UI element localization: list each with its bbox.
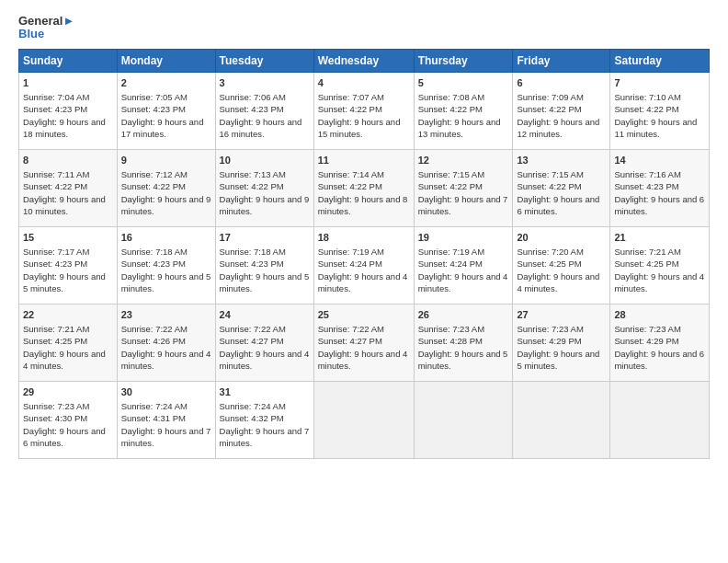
day-cell: 19Sunrise: 7:19 AMSunset: 4:24 PMDayligh… bbox=[414, 226, 513, 304]
day-number: 27 bbox=[517, 308, 606, 322]
day-cell: 5Sunrise: 7:08 AMSunset: 4:22 PMDaylight… bbox=[414, 72, 513, 149]
logo-blue: Blue bbox=[18, 28, 74, 40]
day-cell: 11Sunrise: 7:14 AMSunset: 4:22 PMDayligh… bbox=[313, 149, 414, 226]
col-header-tuesday: Tuesday bbox=[215, 49, 313, 72]
logo: General► Blue bbox=[18, 15, 74, 41]
week-row-5: 29Sunrise: 7:23 AMSunset: 4:30 PMDayligh… bbox=[19, 381, 710, 458]
week-row-3: 15Sunrise: 7:17 AMSunset: 4:23 PMDayligh… bbox=[19, 226, 710, 304]
day-number: 12 bbox=[418, 154, 509, 167]
day-number: 14 bbox=[614, 154, 705, 167]
day-number: 13 bbox=[517, 154, 606, 167]
day-cell bbox=[313, 381, 414, 458]
day-cell: 4Sunrise: 7:07 AMSunset: 4:22 PMDaylight… bbox=[313, 72, 414, 149]
day-cell: 16Sunrise: 7:18 AMSunset: 4:23 PMDayligh… bbox=[117, 226, 215, 304]
day-cell: 9Sunrise: 7:12 AMSunset: 4:22 PMDaylight… bbox=[117, 149, 215, 226]
day-number: 18 bbox=[318, 231, 410, 245]
day-number: 7 bbox=[614, 76, 705, 90]
day-cell: 20Sunrise: 7:20 AMSunset: 4:25 PMDayligh… bbox=[513, 226, 610, 304]
day-cell: 14Sunrise: 7:16 AMSunset: 4:23 PMDayligh… bbox=[610, 149, 710, 226]
day-cell: 8Sunrise: 7:11 AMSunset: 4:22 PMDaylight… bbox=[19, 149, 118, 226]
day-number: 21 bbox=[614, 231, 705, 245]
day-cell: 7Sunrise: 7:10 AMSunset: 4:22 PMDaylight… bbox=[610, 72, 710, 149]
day-number: 24 bbox=[220, 308, 310, 322]
day-cell bbox=[513, 381, 610, 458]
day-number: 25 bbox=[318, 308, 410, 322]
day-number: 15 bbox=[23, 231, 113, 245]
day-number: 23 bbox=[121, 308, 211, 322]
day-cell: 27Sunrise: 7:23 AMSunset: 4:29 PMDayligh… bbox=[513, 304, 610, 381]
day-number: 10 bbox=[220, 154, 310, 167]
day-cell: 18Sunrise: 7:19 AMSunset: 4:24 PMDayligh… bbox=[313, 226, 414, 304]
day-cell: 24Sunrise: 7:22 AMSunset: 4:27 PMDayligh… bbox=[215, 304, 313, 381]
day-number: 4 bbox=[318, 76, 410, 90]
day-number: 17 bbox=[220, 231, 310, 245]
day-number: 30 bbox=[121, 385, 211, 399]
day-cell: 10Sunrise: 7:13 AMSunset: 4:22 PMDayligh… bbox=[215, 149, 313, 226]
day-number: 2 bbox=[121, 76, 211, 90]
day-cell bbox=[414, 381, 513, 458]
week-row-4: 22Sunrise: 7:21 AMSunset: 4:25 PMDayligh… bbox=[19, 304, 710, 381]
day-cell: 26Sunrise: 7:23 AMSunset: 4:28 PMDayligh… bbox=[414, 304, 513, 381]
day-cell: 22Sunrise: 7:21 AMSunset: 4:25 PMDayligh… bbox=[19, 304, 118, 381]
col-header-wednesday: Wednesday bbox=[313, 49, 414, 72]
day-number: 5 bbox=[418, 76, 509, 90]
col-header-thursday: Thursday bbox=[414, 49, 513, 72]
day-number: 20 bbox=[517, 231, 606, 245]
day-cell: 17Sunrise: 7:18 AMSunset: 4:23 PMDayligh… bbox=[215, 226, 313, 304]
day-number: 28 bbox=[614, 308, 705, 322]
day-cell: 28Sunrise: 7:23 AMSunset: 4:29 PMDayligh… bbox=[610, 304, 710, 381]
day-cell: 29Sunrise: 7:23 AMSunset: 4:30 PMDayligh… bbox=[19, 381, 118, 458]
header-row: SundayMondayTuesdayWednesdayThursdayFrid… bbox=[19, 49, 710, 72]
day-number: 29 bbox=[23, 385, 113, 399]
week-row-2: 8Sunrise: 7:11 AMSunset: 4:22 PMDaylight… bbox=[19, 149, 710, 226]
day-cell: 12Sunrise: 7:15 AMSunset: 4:22 PMDayligh… bbox=[414, 149, 513, 226]
day-cell: 15Sunrise: 7:17 AMSunset: 4:23 PMDayligh… bbox=[19, 226, 118, 304]
header: General► Blue bbox=[18, 15, 710, 41]
day-cell: 6Sunrise: 7:09 AMSunset: 4:22 PMDaylight… bbox=[513, 72, 610, 149]
day-cell bbox=[610, 381, 710, 458]
day-cell: 31Sunrise: 7:24 AMSunset: 4:32 PMDayligh… bbox=[215, 381, 313, 458]
day-number: 26 bbox=[418, 308, 509, 322]
day-number: 31 bbox=[220, 385, 310, 399]
day-number: 3 bbox=[220, 76, 310, 90]
day-number: 9 bbox=[121, 154, 211, 167]
day-cell: 2Sunrise: 7:05 AMSunset: 4:23 PMDaylight… bbox=[117, 72, 215, 149]
col-header-monday: Monday bbox=[117, 49, 215, 72]
day-cell: 13Sunrise: 7:15 AMSunset: 4:22 PMDayligh… bbox=[513, 149, 610, 226]
day-cell: 1Sunrise: 7:04 AMSunset: 4:23 PMDaylight… bbox=[19, 72, 118, 149]
day-cell: 25Sunrise: 7:22 AMSunset: 4:27 PMDayligh… bbox=[313, 304, 414, 381]
col-header-sunday: Sunday bbox=[19, 49, 118, 72]
calendar: SundayMondayTuesdayWednesdayThursdayFrid… bbox=[18, 49, 710, 459]
logo-general: General► bbox=[18, 15, 74, 28]
day-cell: 30Sunrise: 7:24 AMSunset: 4:31 PMDayligh… bbox=[117, 381, 215, 458]
col-header-friday: Friday bbox=[513, 49, 610, 72]
day-cell: 23Sunrise: 7:22 AMSunset: 4:26 PMDayligh… bbox=[117, 304, 215, 381]
day-number: 8 bbox=[23, 154, 113, 167]
day-number: 6 bbox=[517, 76, 606, 90]
page: General► Blue SundayMondayTuesdayWednesd… bbox=[0, 0, 728, 563]
col-header-saturday: Saturday bbox=[610, 49, 710, 72]
day-number: 1 bbox=[23, 76, 113, 90]
day-number: 11 bbox=[318, 154, 410, 167]
day-number: 16 bbox=[121, 231, 211, 245]
day-cell: 21Sunrise: 7:21 AMSunset: 4:25 PMDayligh… bbox=[610, 226, 710, 304]
day-number: 22 bbox=[23, 308, 113, 322]
day-cell: 3Sunrise: 7:06 AMSunset: 4:23 PMDaylight… bbox=[215, 72, 313, 149]
week-row-1: 1Sunrise: 7:04 AMSunset: 4:23 PMDaylight… bbox=[19, 72, 710, 149]
day-number: 19 bbox=[418, 231, 509, 245]
